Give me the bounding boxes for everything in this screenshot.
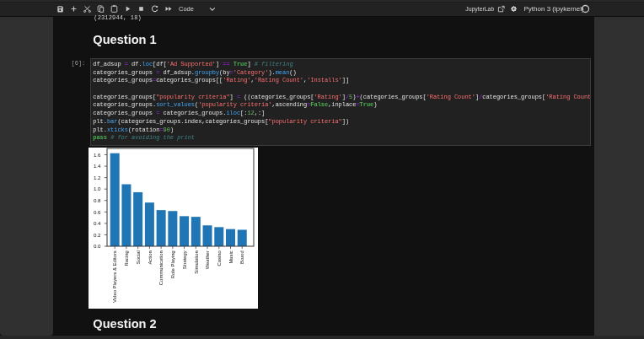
svg-text:0.8: 0.8 — [94, 197, 101, 203]
svg-text:0.0: 0.0 — [94, 243, 101, 249]
svg-text:Social: Social — [136, 250, 141, 264]
svg-text:1.2: 1.2 — [94, 175, 101, 180]
svg-text:Video Players & Editors: Video Players & Editors — [112, 250, 117, 303]
svg-text:Strategy: Strategy — [182, 250, 187, 269]
svg-text:Weather: Weather — [205, 250, 210, 269]
svg-text:1.4: 1.4 — [94, 164, 101, 170]
svg-text:Action: Action — [148, 250, 153, 264]
svg-text:0.4: 0.4 — [94, 220, 101, 226]
svg-text:Simulation: Simulation — [194, 250, 199, 274]
svg-text:0.2: 0.2 — [94, 232, 101, 238]
svg-text:Casino: Casino — [217, 250, 222, 266]
svg-text:1.6: 1.6 — [94, 152, 101, 158]
svg-text:0.6: 0.6 — [94, 209, 101, 215]
svg-text:1.0: 1.0 — [94, 186, 101, 192]
svg-text:Role Playing: Role Playing — [170, 250, 175, 278]
svg-text:Communication: Communication — [158, 250, 164, 285]
svg-text:Board: Board — [239, 250, 244, 264]
svg-text:Music: Music — [228, 250, 233, 263]
svg-text:Racing: Racing — [124, 250, 129, 266]
